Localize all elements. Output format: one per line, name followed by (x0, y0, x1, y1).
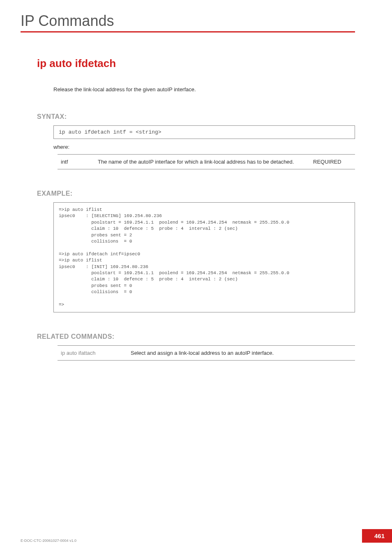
footer-doc-id: E-DOC-CTC-20061027-0004 v1.0 (21, 539, 76, 543)
related-description: Select and assign a link-local address t… (127, 346, 355, 361)
command-description: Release the link-local address for the g… (53, 86, 355, 92)
example-header: EXAMPLE: (37, 190, 355, 197)
footer-page-number: 461 (362, 529, 392, 543)
where-label: where: (53, 144, 355, 150)
param-row: intf The name of the autoIP interface fo… (58, 155, 355, 169)
title-divider (21, 31, 355, 32)
related-header: RELATED COMMANDS: (37, 333, 355, 340)
param-table: intf The name of the autoIP interface fo… (58, 154, 355, 169)
example-code: =>ip auto iflist ipsec0 : [SELECTING] 16… (53, 202, 355, 312)
related-command: ip auto ifattach (58, 346, 127, 361)
syntax-header: SYNTAX: (37, 113, 355, 120)
param-name: intf (58, 155, 95, 169)
command-title: ip auto ifdetach (37, 57, 355, 70)
syntax-code: ip auto ifdetach intf = <string> (53, 125, 355, 139)
related-row: ip auto ifattach Select and assign a lin… (58, 346, 355, 361)
footer: E-DOC-CTC-20061027-0004 v1.0 461 (21, 529, 392, 543)
param-description: The name of the autoIP interface for whi… (95, 155, 310, 169)
page-section-title: IP Commands (21, 12, 355, 30)
related-table: ip auto ifattach Select and assign a lin… (58, 345, 355, 361)
param-required: REQUIRED (310, 155, 355, 169)
